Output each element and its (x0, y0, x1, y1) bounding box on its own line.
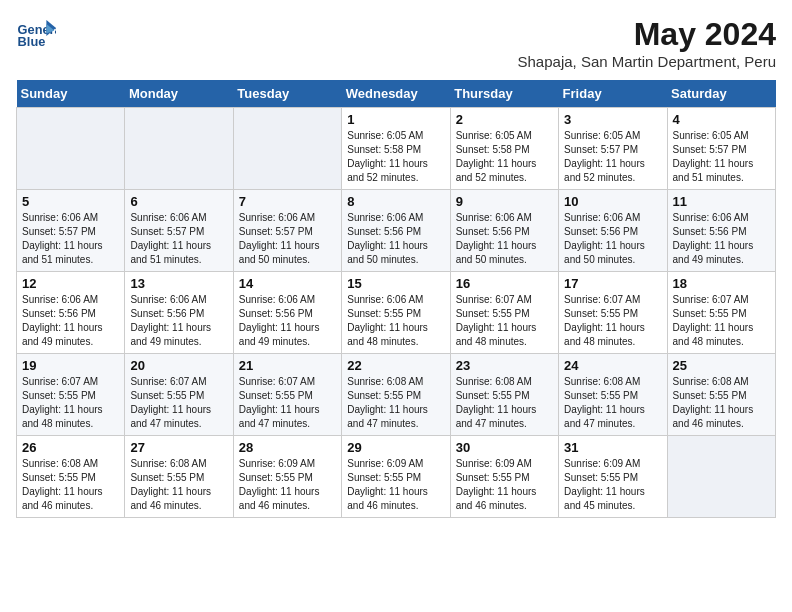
calendar-cell: 11Sunrise: 6:06 AM Sunset: 5:56 PM Dayli… (667, 190, 775, 272)
logo: General Blue (16, 16, 56, 56)
calendar-week-5: 26Sunrise: 6:08 AM Sunset: 5:55 PM Dayli… (17, 436, 776, 518)
calendar-cell: 29Sunrise: 6:09 AM Sunset: 5:55 PM Dayli… (342, 436, 450, 518)
day-info: Sunrise: 6:06 AM Sunset: 5:56 PM Dayligh… (564, 211, 661, 267)
calendar-cell: 7Sunrise: 6:06 AM Sunset: 5:57 PM Daylig… (233, 190, 341, 272)
day-info: Sunrise: 6:08 AM Sunset: 5:55 PM Dayligh… (564, 375, 661, 431)
calendar-cell: 22Sunrise: 6:08 AM Sunset: 5:55 PM Dayli… (342, 354, 450, 436)
calendar-cell: 18Sunrise: 6:07 AM Sunset: 5:55 PM Dayli… (667, 272, 775, 354)
day-info: Sunrise: 6:07 AM Sunset: 5:55 PM Dayligh… (239, 375, 336, 431)
day-number: 15 (347, 276, 444, 291)
header-thursday: Thursday (450, 80, 558, 108)
calendar-cell: 23Sunrise: 6:08 AM Sunset: 5:55 PM Dayli… (450, 354, 558, 436)
day-info: Sunrise: 6:06 AM Sunset: 5:57 PM Dayligh… (22, 211, 119, 267)
calendar-cell: 26Sunrise: 6:08 AM Sunset: 5:55 PM Dayli… (17, 436, 125, 518)
calendar-cell: 16Sunrise: 6:07 AM Sunset: 5:55 PM Dayli… (450, 272, 558, 354)
day-info: Sunrise: 6:06 AM Sunset: 5:56 PM Dayligh… (22, 293, 119, 349)
day-number: 2 (456, 112, 553, 127)
calendar-cell: 30Sunrise: 6:09 AM Sunset: 5:55 PM Dayli… (450, 436, 558, 518)
calendar-header-row: SundayMondayTuesdayWednesdayThursdayFrid… (17, 80, 776, 108)
day-info: Sunrise: 6:08 AM Sunset: 5:55 PM Dayligh… (130, 457, 227, 513)
header-monday: Monday (125, 80, 233, 108)
location-label: Shapaja, San Martin Department, Peru (518, 53, 776, 70)
day-info: Sunrise: 6:09 AM Sunset: 5:55 PM Dayligh… (564, 457, 661, 513)
day-number: 28 (239, 440, 336, 455)
calendar-week-2: 5Sunrise: 6:06 AM Sunset: 5:57 PM Daylig… (17, 190, 776, 272)
day-number: 13 (130, 276, 227, 291)
day-number: 23 (456, 358, 553, 373)
calendar-cell: 25Sunrise: 6:08 AM Sunset: 5:55 PM Dayli… (667, 354, 775, 436)
day-number: 20 (130, 358, 227, 373)
day-number: 5 (22, 194, 119, 209)
day-number: 17 (564, 276, 661, 291)
day-number: 6 (130, 194, 227, 209)
calendar-cell: 21Sunrise: 6:07 AM Sunset: 5:55 PM Dayli… (233, 354, 341, 436)
day-info: Sunrise: 6:09 AM Sunset: 5:55 PM Dayligh… (239, 457, 336, 513)
calendar-cell: 24Sunrise: 6:08 AM Sunset: 5:55 PM Dayli… (559, 354, 667, 436)
day-info: Sunrise: 6:05 AM Sunset: 5:57 PM Dayligh… (673, 129, 770, 185)
day-info: Sunrise: 6:05 AM Sunset: 5:58 PM Dayligh… (456, 129, 553, 185)
month-year-title: May 2024 (518, 16, 776, 53)
day-info: Sunrise: 6:06 AM Sunset: 5:56 PM Dayligh… (673, 211, 770, 267)
calendar-cell: 9Sunrise: 6:06 AM Sunset: 5:56 PM Daylig… (450, 190, 558, 272)
calendar-cell: 20Sunrise: 6:07 AM Sunset: 5:55 PM Dayli… (125, 354, 233, 436)
day-number: 16 (456, 276, 553, 291)
day-number: 22 (347, 358, 444, 373)
day-number: 12 (22, 276, 119, 291)
day-info: Sunrise: 6:08 AM Sunset: 5:55 PM Dayligh… (22, 457, 119, 513)
header-sunday: Sunday (17, 80, 125, 108)
day-info: Sunrise: 6:06 AM Sunset: 5:56 PM Dayligh… (130, 293, 227, 349)
calendar-cell: 27Sunrise: 6:08 AM Sunset: 5:55 PM Dayli… (125, 436, 233, 518)
day-info: Sunrise: 6:07 AM Sunset: 5:55 PM Dayligh… (130, 375, 227, 431)
day-number: 18 (673, 276, 770, 291)
calendar-cell: 28Sunrise: 6:09 AM Sunset: 5:55 PM Dayli… (233, 436, 341, 518)
day-number: 10 (564, 194, 661, 209)
calendar-cell: 14Sunrise: 6:06 AM Sunset: 5:56 PM Dayli… (233, 272, 341, 354)
day-number: 31 (564, 440, 661, 455)
day-number: 9 (456, 194, 553, 209)
calendar-cell: 5Sunrise: 6:06 AM Sunset: 5:57 PM Daylig… (17, 190, 125, 272)
day-number: 19 (22, 358, 119, 373)
calendar-cell: 13Sunrise: 6:06 AM Sunset: 5:56 PM Dayli… (125, 272, 233, 354)
calendar-cell: 31Sunrise: 6:09 AM Sunset: 5:55 PM Dayli… (559, 436, 667, 518)
day-info: Sunrise: 6:06 AM Sunset: 5:56 PM Dayligh… (239, 293, 336, 349)
header-friday: Friday (559, 80, 667, 108)
day-info: Sunrise: 6:09 AM Sunset: 5:55 PM Dayligh… (456, 457, 553, 513)
day-info: Sunrise: 6:05 AM Sunset: 5:58 PM Dayligh… (347, 129, 444, 185)
header-tuesday: Tuesday (233, 80, 341, 108)
header-saturday: Saturday (667, 80, 775, 108)
day-info: Sunrise: 6:06 AM Sunset: 5:55 PM Dayligh… (347, 293, 444, 349)
day-info: Sunrise: 6:09 AM Sunset: 5:55 PM Dayligh… (347, 457, 444, 513)
calendar-cell: 8Sunrise: 6:06 AM Sunset: 5:56 PM Daylig… (342, 190, 450, 272)
day-number: 7 (239, 194, 336, 209)
day-info: Sunrise: 6:06 AM Sunset: 5:57 PM Dayligh… (239, 211, 336, 267)
calendar-cell (667, 436, 775, 518)
day-info: Sunrise: 6:05 AM Sunset: 5:57 PM Dayligh… (564, 129, 661, 185)
logo-icon: General Blue (16, 16, 56, 56)
calendar-cell: 3Sunrise: 6:05 AM Sunset: 5:57 PM Daylig… (559, 108, 667, 190)
calendar-week-1: 1Sunrise: 6:05 AM Sunset: 5:58 PM Daylig… (17, 108, 776, 190)
calendar-cell: 17Sunrise: 6:07 AM Sunset: 5:55 PM Dayli… (559, 272, 667, 354)
calendar-cell: 15Sunrise: 6:06 AM Sunset: 5:55 PM Dayli… (342, 272, 450, 354)
day-info: Sunrise: 6:08 AM Sunset: 5:55 PM Dayligh… (673, 375, 770, 431)
calendar-cell (125, 108, 233, 190)
header-wednesday: Wednesday (342, 80, 450, 108)
calendar-week-3: 12Sunrise: 6:06 AM Sunset: 5:56 PM Dayli… (17, 272, 776, 354)
calendar-cell (17, 108, 125, 190)
calendar-cell: 12Sunrise: 6:06 AM Sunset: 5:56 PM Dayli… (17, 272, 125, 354)
svg-text:Blue: Blue (18, 34, 46, 49)
day-info: Sunrise: 6:08 AM Sunset: 5:55 PM Dayligh… (456, 375, 553, 431)
day-info: Sunrise: 6:07 AM Sunset: 5:55 PM Dayligh… (564, 293, 661, 349)
calendar-cell: 2Sunrise: 6:05 AM Sunset: 5:58 PM Daylig… (450, 108, 558, 190)
day-number: 29 (347, 440, 444, 455)
day-number: 1 (347, 112, 444, 127)
day-info: Sunrise: 6:07 AM Sunset: 5:55 PM Dayligh… (22, 375, 119, 431)
calendar-week-4: 19Sunrise: 6:07 AM Sunset: 5:55 PM Dayli… (17, 354, 776, 436)
day-number: 24 (564, 358, 661, 373)
day-info: Sunrise: 6:06 AM Sunset: 5:56 PM Dayligh… (456, 211, 553, 267)
day-number: 8 (347, 194, 444, 209)
day-number: 27 (130, 440, 227, 455)
day-number: 30 (456, 440, 553, 455)
calendar-table: SundayMondayTuesdayWednesdayThursdayFrid… (16, 80, 776, 518)
calendar-cell: 19Sunrise: 6:07 AM Sunset: 5:55 PM Dayli… (17, 354, 125, 436)
title-area: May 2024 Shapaja, San Martin Department,… (518, 16, 776, 70)
